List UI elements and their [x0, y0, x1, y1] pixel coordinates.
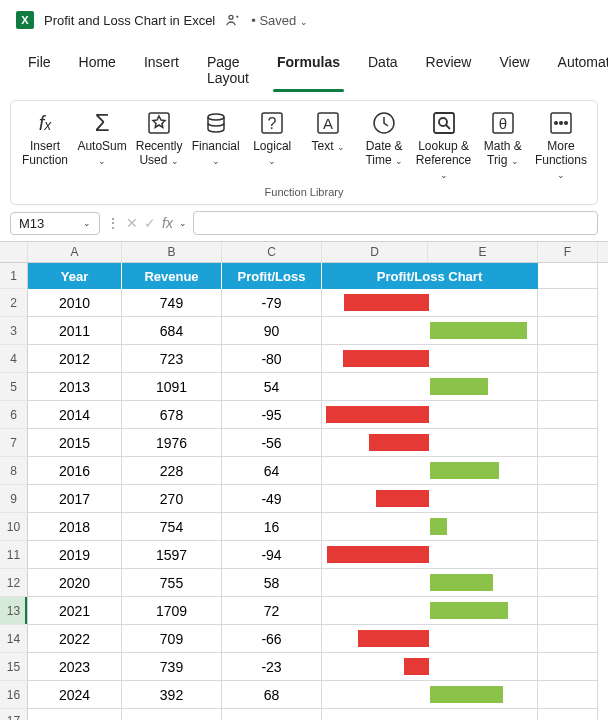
cell[interactable]: [538, 457, 598, 485]
cell-profit-loss[interactable]: -56: [222, 429, 322, 457]
cell[interactable]: [538, 289, 598, 317]
header-year[interactable]: Year: [28, 263, 122, 289]
ribbon-logical-button[interactable]: ?Logical ⌄: [244, 105, 300, 170]
cell-revenue[interactable]: 684: [122, 317, 222, 345]
header-profit-loss[interactable]: Profit/Loss: [222, 263, 322, 289]
cell[interactable]: [538, 429, 598, 457]
cell-chart[interactable]: [322, 569, 538, 597]
cell-profit-loss[interactable]: -79: [222, 289, 322, 317]
cell-revenue[interactable]: 755: [122, 569, 222, 597]
row-number[interactable]: 3: [0, 317, 28, 345]
cell-chart[interactable]: [322, 289, 538, 317]
fx-icon[interactable]: fx: [162, 215, 173, 231]
cell-chart[interactable]: [322, 317, 538, 345]
save-status[interactable]: • Saved ⌄: [251, 13, 308, 28]
cell-revenue[interactable]: 754: [122, 513, 222, 541]
cell-year[interactable]: 2014: [28, 401, 122, 429]
cell-profit-loss[interactable]: 90: [222, 317, 322, 345]
cell-revenue[interactable]: 228: [122, 457, 222, 485]
cell[interactable]: [538, 401, 598, 429]
ribbon-math--button[interactable]: θMath &Trig ⌄: [475, 105, 531, 170]
cell-revenue[interactable]: 739: [122, 653, 222, 681]
tab-page-layout[interactable]: Page Layout: [193, 48, 263, 96]
tab-automate[interactable]: Automate: [544, 48, 608, 96]
cell-year[interactable]: 2023: [28, 653, 122, 681]
cell-chart[interactable]: [322, 597, 538, 625]
cell-year[interactable]: 2018: [28, 513, 122, 541]
cell-profit-loss[interactable]: -49: [222, 485, 322, 513]
ribbon-date--button[interactable]: Date &Time ⌄: [356, 105, 412, 170]
col-header[interactable]: A: [28, 242, 122, 262]
cell-chart[interactable]: [322, 681, 538, 709]
cell-chart[interactable]: [322, 513, 538, 541]
cell-year[interactable]: 2020: [28, 569, 122, 597]
cell-year[interactable]: 2012: [28, 345, 122, 373]
ribbon-lookup--button[interactable]: Lookup &Reference ⌄: [412, 105, 475, 184]
cell-profit-loss[interactable]: 72: [222, 597, 322, 625]
cell-chart[interactable]: [322, 373, 538, 401]
col-header[interactable]: C: [222, 242, 322, 262]
row-number[interactable]: 14: [0, 625, 28, 653]
cell-profit-loss[interactable]: -94: [222, 541, 322, 569]
cell-profit-loss[interactable]: -66: [222, 625, 322, 653]
cell[interactable]: [28, 709, 122, 720]
enter-formula-icon[interactable]: ✓: [144, 215, 156, 231]
cell[interactable]: [538, 597, 598, 625]
cell-chart[interactable]: [322, 625, 538, 653]
ribbon-recently-button[interactable]: RecentlyUsed ⌄: [131, 105, 187, 170]
share-icon[interactable]: [225, 12, 241, 28]
cell-revenue[interactable]: 1597: [122, 541, 222, 569]
ribbon-more-button[interactable]: MoreFunctions ⌄: [531, 105, 591, 184]
cell-revenue[interactable]: 678: [122, 401, 222, 429]
ribbon-insert-button[interactable]: fxInsertFunction: [17, 105, 73, 169]
cell-year[interactable]: 2024: [28, 681, 122, 709]
cell[interactable]: [538, 485, 598, 513]
row-number[interactable]: 15: [0, 653, 28, 681]
cell[interactable]: [538, 317, 598, 345]
cell[interactable]: [122, 709, 222, 720]
cell-revenue[interactable]: 1709: [122, 597, 222, 625]
tab-insert[interactable]: Insert: [130, 48, 193, 96]
fx-dropdown-icon[interactable]: ⌄: [179, 218, 187, 228]
col-header[interactable]: B: [122, 242, 222, 262]
ribbon-text-button[interactable]: AText ⌄: [300, 105, 356, 156]
cell-year[interactable]: 2019: [28, 541, 122, 569]
cell-revenue[interactable]: 270: [122, 485, 222, 513]
cell-chart[interactable]: [322, 541, 538, 569]
tab-view[interactable]: View: [485, 48, 543, 96]
cell[interactable]: [538, 653, 598, 681]
row-number[interactable]: 4: [0, 345, 28, 373]
cell-chart[interactable]: [322, 429, 538, 457]
cell-chart[interactable]: [322, 485, 538, 513]
cell-profit-loss[interactable]: 54: [222, 373, 322, 401]
tab-review[interactable]: Review: [412, 48, 486, 96]
row-number[interactable]: 13: [0, 597, 28, 625]
cell-year[interactable]: 2021: [28, 597, 122, 625]
cell[interactable]: [538, 373, 598, 401]
tab-data[interactable]: Data: [354, 48, 412, 96]
select-all-corner[interactable]: [0, 242, 28, 262]
cell[interactable]: [538, 625, 598, 653]
cell-year[interactable]: 2022: [28, 625, 122, 653]
row-number[interactable]: 8: [0, 457, 28, 485]
more-icon[interactable]: ⋮: [106, 215, 120, 231]
cell-revenue[interactable]: 1976: [122, 429, 222, 457]
header-revenue[interactable]: Revenue: [122, 263, 222, 289]
cell[interactable]: [538, 513, 598, 541]
cell-revenue[interactable]: 749: [122, 289, 222, 317]
tab-formulas[interactable]: Formulas: [263, 48, 354, 96]
cell-revenue[interactable]: 723: [122, 345, 222, 373]
row-number[interactable]: 16: [0, 681, 28, 709]
row-number[interactable]: 11: [0, 541, 28, 569]
cell[interactable]: [538, 263, 598, 289]
cell[interactable]: [538, 569, 598, 597]
cell-year[interactable]: 2015: [28, 429, 122, 457]
row-number[interactable]: 7: [0, 429, 28, 457]
tab-home[interactable]: Home: [65, 48, 130, 96]
ribbon-financial-button[interactable]: Financial ⌄: [187, 105, 244, 170]
cell-profit-loss[interactable]: -80: [222, 345, 322, 373]
cell[interactable]: [538, 541, 598, 569]
cell-profit-loss[interactable]: 16: [222, 513, 322, 541]
cell-chart[interactable]: [322, 457, 538, 485]
cell-profit-loss[interactable]: 68: [222, 681, 322, 709]
